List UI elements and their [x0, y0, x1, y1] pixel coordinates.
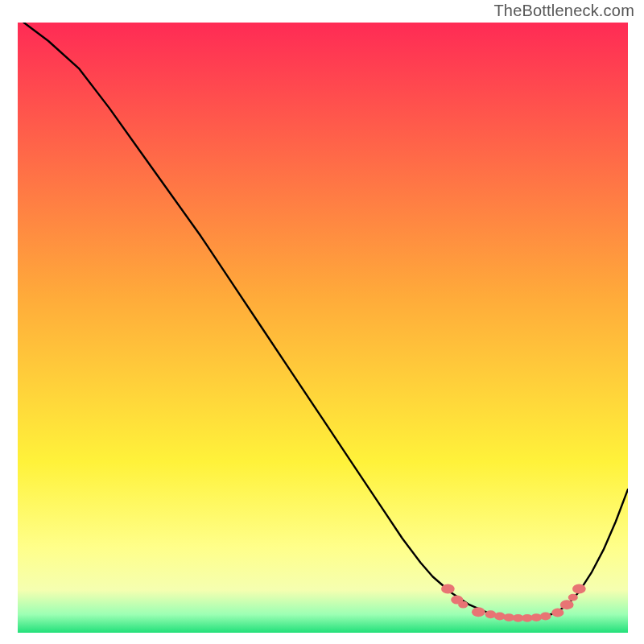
marker-dot — [458, 601, 468, 609]
marker-dot — [530, 613, 542, 621]
attribution-text: TheBottleneck.com — [493, 2, 634, 20]
chart-svg — [18, 23, 628, 633]
marker-dot — [551, 609, 564, 617]
marker-dot — [540, 613, 551, 621]
chart-container: TheBottleneck.com — [0, 0, 644, 644]
marker-dot — [494, 613, 506, 621]
gradient-background — [18, 23, 628, 633]
marker-dot — [472, 607, 485, 617]
marker-dot — [568, 594, 578, 601]
marker-dot — [560, 600, 574, 609]
marker-dot — [441, 584, 455, 593]
marker-dot — [572, 584, 586, 593]
chart-plot — [18, 23, 628, 633]
